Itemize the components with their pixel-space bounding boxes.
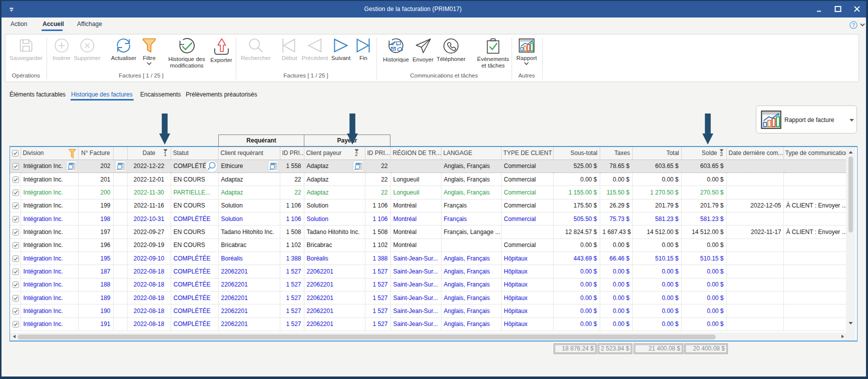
svg-text:?: ?	[852, 22, 855, 28]
